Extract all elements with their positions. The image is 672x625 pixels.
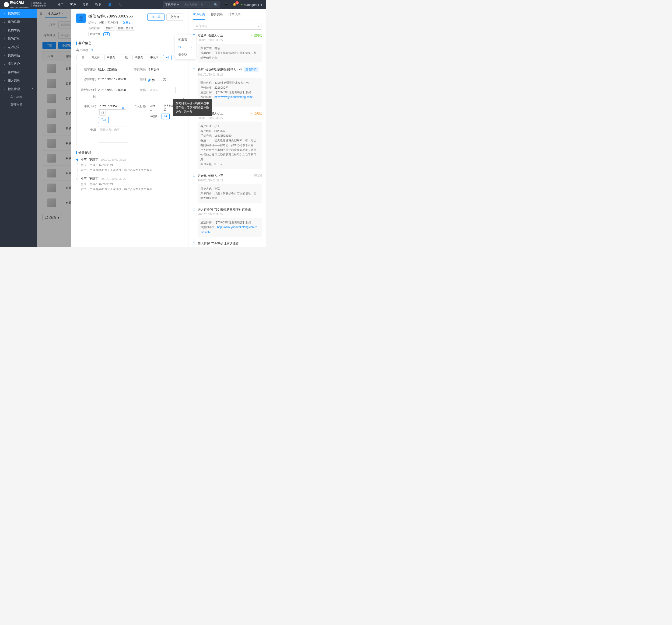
activity-filter-select[interactable]: 全部动态▾	[193, 23, 262, 30]
timeline-dot	[76, 158, 78, 161]
status-dot	[241, 4, 242, 5]
sidebar-item[interactable]: ▫流失客户	[0, 60, 37, 68]
box-icon: ▫	[4, 54, 5, 57]
personal-tag[interactable]: 标签1	[148, 114, 160, 119]
brand-sub: 教育机构一站式服务云平台	[31, 2, 46, 7]
event-title: 购买	[198, 68, 204, 72]
sidebar-item[interactable]: ▫删人记录	[0, 76, 37, 85]
search-icon[interactable]: 🔍	[212, 3, 220, 6]
manager-dropdown: 师馨薇张三✓俱保咏	[175, 35, 196, 59]
search-type-select[interactable]: 手机号码▾	[163, 1, 181, 8]
group-chip[interactable]: 群聊三	[104, 26, 115, 30]
sidebar-item[interactable]: ▫我的学员	[0, 26, 37, 34]
chevron-up-icon: ˄	[31, 88, 33, 91]
tab-orders[interactable]: 订单记录	[229, 12, 241, 20]
copy-icon[interactable]: ⿻	[99, 109, 105, 116]
tab-activity[interactable]: 客户动态	[193, 12, 205, 20]
sidebar-label: 我的群聊	[8, 20, 20, 24]
group-more-chip[interactable]: +4	[103, 32, 110, 36]
brand-name: 云朵CRM	[10, 1, 24, 4]
customer-tag[interactable]: 中意向	[148, 55, 161, 60]
sidebar-item[interactable]: ▫标签管理˄	[0, 85, 37, 93]
user-icon[interactable]: 👤	[108, 3, 112, 7]
event-title: 加入群聊	[198, 241, 210, 246]
phone-label: 手机号码	[80, 103, 96, 109]
gender-label: 性别	[130, 76, 146, 82]
event-time: 2020/01/30 01:38:27	[198, 39, 262, 42]
personal-tag-more[interactable]: +4	[161, 114, 170, 119]
search-input[interactable]	[181, 3, 212, 6]
dropdown-option[interactable]: 师馨薇	[175, 36, 196, 43]
phone-tag[interactable]: 手机	[98, 117, 109, 123]
event-title: 定金单	[198, 33, 207, 38]
exit-icon: ▫	[4, 62, 5, 66]
section-mod-history: 修改记录	[76, 151, 184, 155]
sidebar-item[interactable]: ▫我的好友	[0, 9, 37, 18]
timeline-item: 加入群聊759-59班理财训练营 2021/01/30 01:38:27 入群方…	[193, 241, 262, 247]
gender-male-radio[interactable]: 男	[148, 77, 155, 83]
event-time: 2020/01/30 01:38:27	[198, 179, 262, 182]
nav-promo[interactable]: 推广	[57, 3, 64, 7]
manager-label: 客户经理：	[107, 21, 121, 25]
topbar: 云朵CRM www.yunduocrm.com 教育机构一站式服务云平台 推广 …	[0, 0, 266, 9]
sidebar-item[interactable]: ▫客户继承	[0, 68, 37, 76]
gender-female-radio[interactable]: 女	[159, 76, 166, 82]
view-detail-link[interactable]: 查看详情	[244, 67, 259, 72]
event-sub: 759-59班理财训练营	[211, 241, 239, 246]
dropdown-option[interactable]: 俱保咏	[175, 51, 196, 58]
groups-label: 所在群聊：	[89, 26, 102, 30]
remark-textarea[interactable]	[98, 126, 128, 143]
event-card: 跟单方式：电话跟单内容：只是了解在线教育方面的信息，暂时无购买意向。	[198, 44, 262, 62]
sidebar-sub-item[interactable]: 群聊标签	[0, 101, 37, 108]
nav-qc[interactable]: 质检	[82, 3, 89, 7]
customer-title: 微信名称6789990000966	[89, 14, 145, 19]
sidebar-item[interactable]: ▫电话记录	[0, 43, 37, 51]
timeline-dot	[193, 175, 195, 177]
event-card: 通过群聊【759-59班理财训练营】购买直播间链接：http://www.yun…	[198, 218, 262, 237]
username: manager11	[244, 3, 259, 6]
deposit-button[interactable]: 交定金	[166, 14, 184, 21]
last-chat-label: 最近聊天时间	[80, 87, 96, 100]
sidebar-label: 流失客户	[8, 62, 20, 66]
mod-item: 小王更新了2021/01/30 01:38:27微信：空值-1367218282…	[76, 177, 184, 196]
manager-select[interactable]: 张三 ▴	[123, 21, 130, 25]
event-card: 客户经理：小王客户姓名：唔吃唔吃手机号码：19833528160备注：但无论是哪…	[198, 122, 262, 169]
sidebar-item[interactable]: ▫我的订单	[0, 34, 37, 43]
customer-tag[interactable]: 中意向	[104, 55, 118, 60]
sidebar-item[interactable]: ▫我的群聊	[0, 18, 37, 26]
group-chip[interactable]: 群聊六群	[89, 32, 102, 36]
place-order-button[interactable]: 代下单	[147, 14, 165, 21]
edit-tags-icon[interactable]: ✎	[91, 49, 94, 52]
customer-tag[interactable]: 高意向	[132, 55, 146, 60]
nav-data[interactable]: 数据	[95, 3, 101, 7]
wechat-input[interactable]	[148, 87, 176, 93]
cart-icon: ▫	[4, 37, 5, 41]
chevron-down-icon: ▾	[261, 3, 262, 6]
phone-input[interactable]	[98, 103, 126, 109]
group-chip[interactable]: 群聊一群大群	[116, 26, 135, 30]
bell-icon[interactable]: 🔔5	[233, 3, 237, 7]
phone-lookup-icon[interactable]: ⊞	[122, 106, 125, 109]
timeline-item: 进入直播间759-59班第三期理财直播课 2021/01/30 01:38:27…	[193, 207, 262, 241]
event-title: 进入直播间	[198, 207, 213, 212]
customer-tag[interactable]: 一般	[120, 55, 130, 60]
phone-icon: ▫	[4, 46, 5, 49]
customer-tag[interactable]: 高意向	[89, 55, 102, 60]
wechat-label: 微信	[130, 87, 146, 93]
dropdown-option[interactable]: 张三✓	[175, 43, 196, 51]
event-title: 定金单	[198, 174, 207, 178]
brand-url: www.yunduocrm.com	[10, 6, 29, 8]
mobile-icon[interactable]: 📱	[224, 3, 229, 7]
nav-customer[interactable]: 客户	[70, 3, 76, 7]
sidebar-item[interactable]: ▫我的商品	[0, 51, 37, 60]
timeline-dot	[76, 178, 78, 180]
user-menu[interactable]: manager11 ▾	[241, 3, 262, 6]
phone-icon[interactable]: 📞	[119, 3, 123, 7]
tab-chatlog[interactable]: 聊天记录	[211, 12, 223, 20]
top-nav: 推广 客户 质检 数据 👤 📞	[57, 3, 123, 7]
personal-tag[interactable]: 标签1	[148, 103, 160, 112]
customer-tag[interactable]: 一般	[76, 55, 87, 60]
tag-more[interactable]: +4	[163, 55, 171, 60]
sidebar-label: 我的好友	[8, 11, 20, 16]
sidebar-sub-item[interactable]: 客户标签	[0, 93, 37, 101]
